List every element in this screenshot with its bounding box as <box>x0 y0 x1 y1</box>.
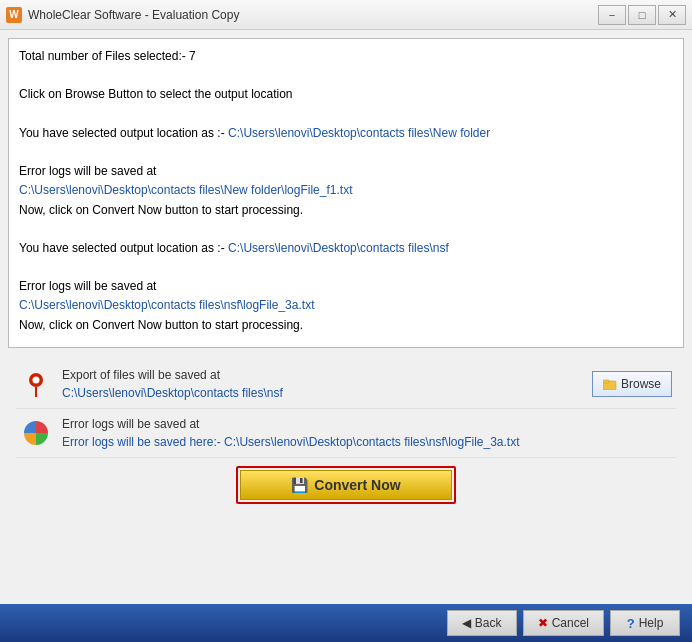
log-line: Now, click on Convert Now button to star… <box>19 201 673 220</box>
svg-rect-4 <box>603 380 609 383</box>
svg-point-1 <box>33 377 40 384</box>
error-log-path-label: Error logs will be saved here:- <box>62 435 224 449</box>
error-log-label: Error logs will be saved at <box>62 415 672 433</box>
log-line: C:\Users\lenovi\Desktop\contacts files\N… <box>19 181 673 200</box>
help-button[interactable]: ? Help <box>610 610 680 636</box>
help-label: Help <box>639 616 664 630</box>
cancel-label: Cancel <box>552 616 589 630</box>
log-line <box>19 66 673 85</box>
log-line <box>19 143 673 162</box>
export-info-text: Export of files will be saved at C:\User… <box>62 366 582 402</box>
log-line <box>19 220 673 239</box>
main-content: Total number of Files selected:- 7 Click… <box>0 30 692 524</box>
convert-area: 💾 Convert Now <box>16 458 676 512</box>
log-line <box>19 105 673 124</box>
log-line <box>19 258 673 277</box>
title-bar-controls: − □ ✕ <box>598 5 686 25</box>
export-info-row: Export of files will be saved at C:\User… <box>16 360 676 409</box>
convert-icon: 💾 <box>291 477 308 493</box>
browse-label: Browse <box>621 377 661 391</box>
log-line: Error logs will be saved at <box>19 277 673 296</box>
browse-button[interactable]: Browse <box>592 371 672 397</box>
convert-btn-wrapper: 💾 Convert Now <box>236 466 455 504</box>
log-line: You have selected output location as :- … <box>19 239 673 258</box>
close-button[interactable]: ✕ <box>658 5 686 25</box>
error-log-text: Error logs will be saved at Error logs w… <box>62 415 672 451</box>
pie-chart-icon <box>20 417 52 449</box>
minimize-button[interactable]: − <box>598 5 626 25</box>
log-line: Now, click on Convert Now button to star… <box>19 316 673 335</box>
cancel-icon: ✖ <box>538 616 548 630</box>
error-log-path-value: C:\Users\lenovi\Desktop\contacts files\n… <box>224 435 519 449</box>
folder-icon <box>603 378 617 390</box>
log-line: Click on Browse Button to select the out… <box>19 85 673 104</box>
maximize-button[interactable]: □ <box>628 5 656 25</box>
back-label: Back <box>475 616 502 630</box>
error-log-row: Error logs will be saved at Error logs w… <box>16 409 676 458</box>
bottom-section: Export of files will be saved at C:\User… <box>8 356 684 516</box>
log-line: C:\Users\lenovi\Desktop\contacts files\n… <box>19 296 673 315</box>
export-path: C:\Users\lenovi\Desktop\contacts files\n… <box>62 384 582 402</box>
export-label: Export of files will be saved at <box>62 366 582 384</box>
pin-icon <box>20 368 52 400</box>
help-icon: ? <box>627 616 635 631</box>
footer-bar: ◀ Back ✖ Cancel ? Help <box>0 604 692 642</box>
error-log-path: Error logs will be saved here:- C:\Users… <box>62 433 672 451</box>
log-area: Total number of Files selected:- 7 Click… <box>8 38 684 348</box>
convert-now-button[interactable]: 💾 Convert Now <box>240 470 451 500</box>
convert-label: Convert Now <box>314 477 400 493</box>
title-bar: W WholeClear Software - Evaluation Copy … <box>0 0 692 30</box>
app-icon: W <box>6 7 22 23</box>
log-line: Total number of Files selected:- 7 <box>19 47 673 66</box>
cancel-button[interactable]: ✖ Cancel <box>523 610 604 636</box>
log-line: Error logs will be saved at <box>19 162 673 181</box>
log-line: You have selected output location as :- … <box>19 124 673 143</box>
title-bar-text: WholeClear Software - Evaluation Copy <box>28 8 598 22</box>
back-icon: ◀ <box>462 616 471 630</box>
back-button[interactable]: ◀ Back <box>447 610 517 636</box>
